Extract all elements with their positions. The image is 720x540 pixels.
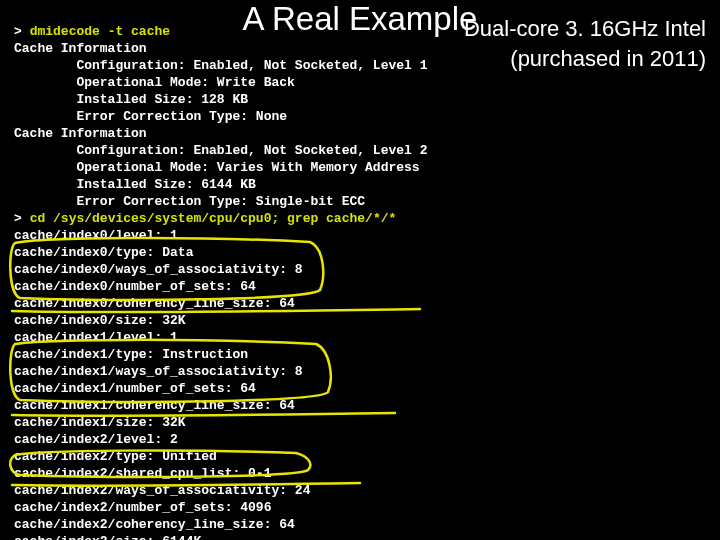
sys-line: cache/index1/size: 32K (14, 415, 186, 430)
dm-header-1: Cache Information (14, 41, 147, 56)
slide-subtitle: Dual-core 3. 16GHz Intel (purchased in 2… (464, 14, 706, 73)
sys-line: cache/index0/number_of_sets: 64 (14, 279, 256, 294)
sys-line: cache/index0/size: 32K (14, 313, 186, 328)
sys-line: cache/index2/shared_cpu_list: 0-1 (14, 466, 271, 481)
prompt: > (14, 24, 22, 39)
sys-line: cache/index1/ways_of_associativity: 8 (14, 364, 303, 379)
sys-line: cache/index0/level: 1 (14, 228, 178, 243)
sys-line: cache/index0/ways_of_associativity: 8 (14, 262, 303, 277)
dm-line: Installed Size: 128 KB (14, 92, 248, 107)
dm-line: Installed Size: 6144 KB (14, 177, 256, 192)
subtitle-line-1: Dual-core 3. 16GHz Intel (464, 16, 706, 41)
dm-line: Configuration: Enabled, Not Socketed, Le… (14, 143, 427, 158)
subtitle-line-2: (purchased in 2011) (510, 46, 706, 71)
sys-line: cache/index0/coherency_line_size: 64 (14, 296, 295, 311)
dm-line: Operational Mode: Varies With Memory Add… (14, 160, 420, 175)
sys-line: cache/index2/number_of_sets: 4096 (14, 500, 271, 515)
slide: > dmidecode -t cache Cache Information C… (0, 0, 720, 540)
command-dmidecode: dmidecode -t cache (30, 24, 170, 39)
sys-line: cache/index1/level: 1 (14, 330, 178, 345)
sys-line: cache/index1/number_of_sets: 64 (14, 381, 256, 396)
sys-line: cache/index2/level: 2 (14, 432, 178, 447)
command-grep: cd /sys/devices/system/cpu/cpu0; grep ca… (30, 211, 397, 226)
terminal-output: > dmidecode -t cache Cache Information C… (14, 6, 427, 540)
sys-line: cache/index2/size: 6144K (14, 534, 201, 540)
sys-line: cache/index1/type: Instruction (14, 347, 248, 362)
prompt: > (14, 211, 22, 226)
dm-line: Error Correction Type: None (14, 109, 287, 124)
dm-line: Error Correction Type: Single-bit ECC (14, 194, 365, 209)
sys-line: cache/index2/type: Unified (14, 449, 217, 464)
sys-line: cache/index0/type: Data (14, 245, 193, 260)
dm-line: Configuration: Enabled, Not Socketed, Le… (14, 58, 427, 73)
sys-line: cache/index2/ways_of_associativity: 24 (14, 483, 310, 498)
dm-header-2: Cache Information (14, 126, 147, 141)
sys-line: cache/index1/coherency_line_size: 64 (14, 398, 295, 413)
dm-line: Operational Mode: Write Back (14, 75, 295, 90)
sys-line: cache/index2/coherency_line_size: 64 (14, 517, 295, 532)
